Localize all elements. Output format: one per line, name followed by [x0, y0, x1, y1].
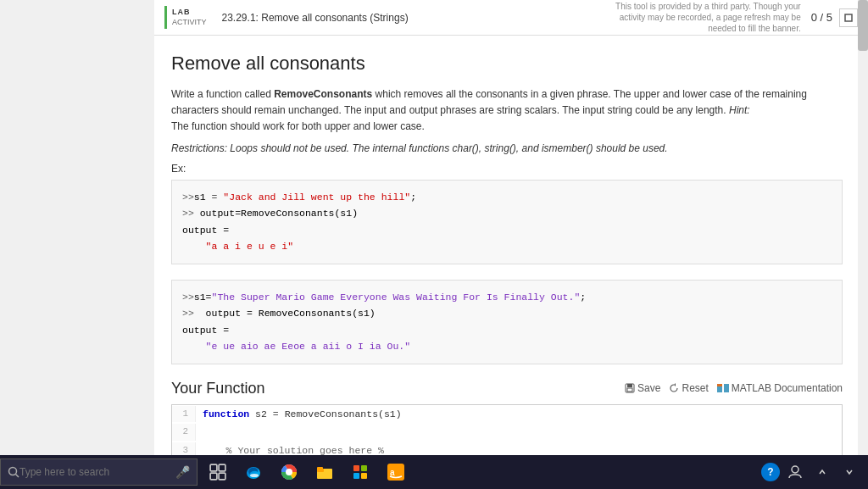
- editor-line-2: 2: [172, 423, 842, 442]
- svg-point-16: [286, 469, 292, 475]
- reset-button[interactable]: Reset: [669, 382, 708, 394]
- lab-activity-badge: LAB ACTIVITY: [164, 6, 212, 29]
- save-icon: [625, 383, 635, 393]
- svg-rect-12: [219, 473, 225, 480]
- taskbar: 🎤: [0, 455, 868, 489]
- example-code-block-1: >>s1 = "Jack and Jill went up the hill";…: [171, 180, 843, 264]
- header-title: 23.29.1: Remove all consonants (Strings): [222, 12, 409, 24]
- header-bar: LAB ACTIVITY 23.29.1: Remove all consona…: [154, 0, 868, 36]
- scrollbar-track[interactable]: [858, 0, 868, 455]
- matlab-docs-icon: [717, 384, 729, 392]
- taskview-icon[interactable]: [203, 457, 233, 487]
- svg-point-14: [250, 474, 259, 477]
- svg-rect-22: [353, 473, 359, 479]
- section-actions: Save Reset: [625, 382, 843, 394]
- file-explorer-icon[interactable]: [309, 457, 340, 487]
- svg-rect-23: [361, 473, 367, 479]
- description: Write a function called RemoveConsonants…: [171, 86, 843, 136]
- your-function-title: Your Function: [171, 380, 264, 397]
- ex-label: Ex:: [171, 163, 843, 175]
- taskbar-mic-icon[interactable]: 🎤: [175, 465, 190, 479]
- your-function-section-header: Your Function Save: [171, 380, 843, 397]
- svg-rect-10: [219, 464, 225, 471]
- help-icon[interactable]: ?: [761, 463, 780, 481]
- svg-rect-11: [210, 473, 217, 480]
- example-code-block-2: >>s1="The Super Mario Game Everyone Was …: [171, 280, 843, 364]
- chevron-down-icon[interactable]: [837, 460, 861, 484]
- restrictions-text: Restrictions: Loops should not be used. …: [171, 142, 843, 154]
- svg-rect-3: [627, 388, 632, 392]
- lab-label: LAB: [172, 8, 207, 18]
- amazon-icon[interactable]: a: [381, 457, 411, 487]
- save-button[interactable]: Save: [625, 382, 660, 394]
- svg-point-7: [9, 468, 17, 475]
- taskbar-right: ?: [761, 460, 868, 484]
- page-title: Remove all consonants: [171, 53, 843, 75]
- content-scroll: Remove all consonants Write a function c…: [154, 36, 868, 455]
- store-icon[interactable]: [345, 457, 376, 487]
- svg-text:a: a: [390, 468, 395, 477]
- scrollbar-thumb[interactable]: [858, 0, 868, 51]
- edge-browser-icon[interactable]: [238, 457, 269, 487]
- chevron-up-icon[interactable]: [810, 460, 834, 484]
- taskbar-search-input[interactable]: [19, 466, 172, 478]
- taskbar-icons: a: [203, 457, 411, 487]
- svg-rect-2: [627, 384, 632, 387]
- header-score: 0 / 5: [811, 11, 832, 24]
- header-notice: This tool is provided by a third party. …: [615, 1, 801, 34]
- content-panel: LAB ACTIVITY 23.29.1: Remove all consona…: [154, 0, 868, 455]
- svg-rect-20: [353, 465, 359, 471]
- svg-rect-9: [210, 464, 217, 471]
- svg-rect-5: [724, 384, 729, 392]
- taskbar-search-icon: [8, 466, 19, 478]
- function-name-bold: RemoveConsonants: [274, 88, 372, 100]
- chrome-icon[interactable]: [274, 457, 304, 487]
- editor-line-3: 3 % Your solution goes here %: [172, 442, 842, 455]
- svg-line-8: [16, 475, 19, 478]
- svg-rect-6: [717, 384, 722, 386]
- expand-button[interactable]: [839, 8, 858, 27]
- taskbar-search-area[interactable]: 🎤: [0, 458, 198, 486]
- editor-line-1: 1 function s2 = RemoveConsonants(s1): [172, 405, 842, 424]
- user-icon[interactable]: [783, 460, 807, 484]
- svg-rect-0: [845, 14, 852, 21]
- left-sidebar: [0, 0, 154, 455]
- code-editor[interactable]: 1 function s2 = RemoveConsonants(s1) 2 3…: [171, 404, 843, 455]
- svg-rect-19: [317, 467, 323, 470]
- svg-point-26: [792, 466, 798, 473]
- matlab-docs-button[interactable]: MATLAB Documentation: [717, 382, 843, 394]
- svg-rect-21: [361, 465, 367, 471]
- reset-icon: [669, 383, 679, 393]
- activity-label: ACTIVITY: [172, 18, 207, 28]
